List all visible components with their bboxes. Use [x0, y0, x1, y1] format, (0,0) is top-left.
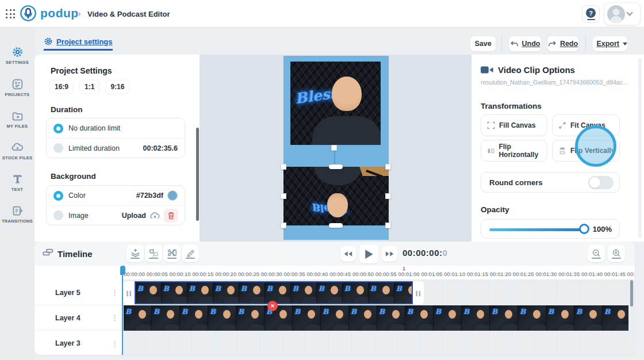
delete-clip-button[interactable]: [267, 301, 278, 311]
zoom-in-icon: [612, 249, 621, 257]
radio-unselected-icon[interactable]: [53, 210, 63, 220]
trim-handle-left[interactable]: [124, 281, 135, 304]
option-limited-duration[interactable]: Limited duration 00:02:35.6: [47, 138, 185, 158]
clip-frame: B: [377, 305, 405, 331]
ruler-tick: 00:01:15: [467, 271, 488, 277]
aspect-ratio-1-1[interactable]: 1:1: [79, 80, 99, 94]
sidebar-item-settings[interactable]: SETTINGS: [0, 46, 34, 65]
flip-vertical-icon: [558, 147, 566, 155]
podup-logo[interactable]: podup: [20, 5, 79, 22]
ruler-tick: 00:00:05: [147, 271, 168, 277]
draw-button[interactable]: [182, 245, 199, 262]
upload-label[interactable]: Upload: [122, 212, 146, 220]
undo-icon: [510, 40, 519, 48]
sidebar-item-stock-files[interactable]: STOCK FILES: [0, 141, 34, 160]
radio-selected-icon[interactable]: [53, 124, 63, 133]
layer-menu-icon[interactable]: ⋮: [111, 342, 118, 345]
cut-clip-button[interactable]: [163, 245, 181, 262]
layer-row-4[interactable]: Layer 4 ⋮: [34, 305, 122, 331]
fill-canvas-button[interactable]: Fill Canvas: [481, 114, 547, 136]
layer-menu-icon[interactable]: ⋮: [111, 291, 118, 294]
color-swatch[interactable]: [167, 190, 178, 201]
export-button[interactable]: Export: [592, 36, 628, 52]
clip-layer-4[interactable]: BBBBBBBBBBBBBBBBBB: [124, 305, 628, 331]
aspect-ratio-row: 16:9 1:1 9:16: [49, 80, 129, 94]
clip-frame: B: [434, 305, 462, 331]
fast-forward-icon: [385, 251, 394, 257]
selection-handle-bottom-center[interactable]: [329, 223, 343, 228]
clip-frame: B: [152, 305, 180, 331]
fit-canvas-button[interactable]: Fit Canvas: [552, 114, 620, 136]
breadcrumb: Video & Podcast Editor: [87, 10, 170, 18]
radio-unselected-icon[interactable]: [53, 143, 63, 153]
opacity-slider-knob[interactable]: [579, 224, 589, 234]
layer-row-3[interactable]: Layer 3 ⋮: [34, 331, 122, 355]
zoom-out-button[interactable]: [588, 245, 605, 262]
playhead-line[interactable]: [122, 266, 123, 355]
clip-frame: B: [518, 305, 546, 331]
cloud-upload-icon[interactable]: [150, 212, 160, 220]
clip-frame: B: [136, 282, 162, 303]
split-clip-button[interactable]: [145, 245, 162, 262]
sidebar-item-text[interactable]: TEXT: [0, 173, 34, 192]
playhead-marker[interactable]: [120, 266, 125, 275]
project-canvas[interactable]: Blesse Blesse: [283, 56, 389, 240]
flip-horizontally-button[interactable]: Flip Horizontally: [481, 140, 547, 162]
clip-frame: B: [490, 305, 518, 331]
breadcrumb-separator: ›: [78, 9, 80, 18]
selection-handle-bottom-left[interactable]: [281, 223, 286, 228]
clip-frame: B: [369, 282, 394, 303]
podup-logo-icon: [20, 5, 37, 22]
zoom-in-button[interactable]: [608, 245, 625, 262]
apps-grid-icon[interactable]: [6, 9, 16, 19]
layer-row-5[interactable]: Layer 5 ⋮: [34, 280, 122, 305]
selection-handle-mid-left[interactable]: [281, 193, 286, 199]
flip-vertically-button[interactable]: Flip Vertically: [552, 140, 620, 162]
selection-handle-mid-right[interactable]: [385, 193, 391, 199]
undo-button[interactable]: Undo: [508, 36, 542, 52]
tab-project-settings[interactable]: Project settings: [44, 37, 113, 51]
fast-forward-button[interactable]: [382, 246, 397, 262]
account-menu-button[interactable]: [604, 2, 641, 25]
ruler-tick: 00:00:10: [170, 271, 191, 277]
left-sidebar: SETTINGS PROJECTS MY FILES STOCK FILES T…: [0, 28, 34, 360]
option-background-color[interactable]: Color #72b3df: [47, 186, 185, 205]
selection-handle-bottom-right[interactable]: [385, 223, 391, 228]
aspect-ratio-16-9[interactable]: 16:9: [49, 80, 74, 94]
round-corners-card: Round corners: [481, 172, 620, 193]
add-layer-button[interactable]: [126, 245, 144, 262]
radio-selected-icon[interactable]: [53, 191, 63, 201]
rotation-handle[interactable]: [331, 145, 337, 151]
chevron-down-icon: [623, 43, 627, 45]
round-corners-toggle[interactable]: [588, 176, 614, 189]
timeline-scrollbar[interactable]: [630, 280, 633, 307]
panel-scrollbar-track[interactable]: [638, 58, 642, 238]
sidebar-item-projects[interactable]: PROJECTS: [0, 78, 34, 97]
selection-handle-top-left[interactable]: [281, 164, 286, 170]
save-button[interactable]: Save: [470, 36, 496, 52]
selection-handle-top-center[interactable]: [329, 164, 343, 169]
delete-background-button[interactable]: [164, 209, 178, 223]
option-background-image[interactable]: Image Upload: [47, 205, 185, 225]
help-button[interactable]: ?: [582, 5, 600, 23]
background-card: Color #72b3df Image Upload: [46, 185, 185, 225]
tab-label: Project settings: [56, 37, 113, 46]
panel-scrollbar[interactable]: [196, 128, 199, 221]
draw-icon: [186, 248, 195, 257]
clip-frame: B: [343, 282, 369, 303]
option-no-duration-limit[interactable]: No duration limit: [47, 118, 185, 138]
opacity-slider-track[interactable]: [489, 228, 585, 231]
redo-button[interactable]: Redo: [547, 36, 579, 52]
folder-play-icon: [12, 110, 24, 122]
trim-handle-right[interactable]: [413, 281, 424, 304]
selection-handle-top-right[interactable]: [385, 164, 391, 170]
video-clip-flipped[interactable]: Blesse: [283, 167, 389, 225]
sidebar-item-my-files[interactable]: MY FILES: [0, 110, 34, 129]
play-button[interactable]: [359, 244, 378, 263]
rewind-button[interactable]: [340, 246, 356, 262]
ruler-tick: 00:01:25: [513, 271, 534, 277]
video-clip-top[interactable]: Blesse: [290, 62, 381, 145]
aspect-ratio-9-16[interactable]: 9:16: [105, 80, 129, 94]
layer-menu-icon[interactable]: ⋮: [111, 316, 118, 319]
sidebar-item-transitions[interactable]: TRANSITIONS: [0, 205, 34, 224]
